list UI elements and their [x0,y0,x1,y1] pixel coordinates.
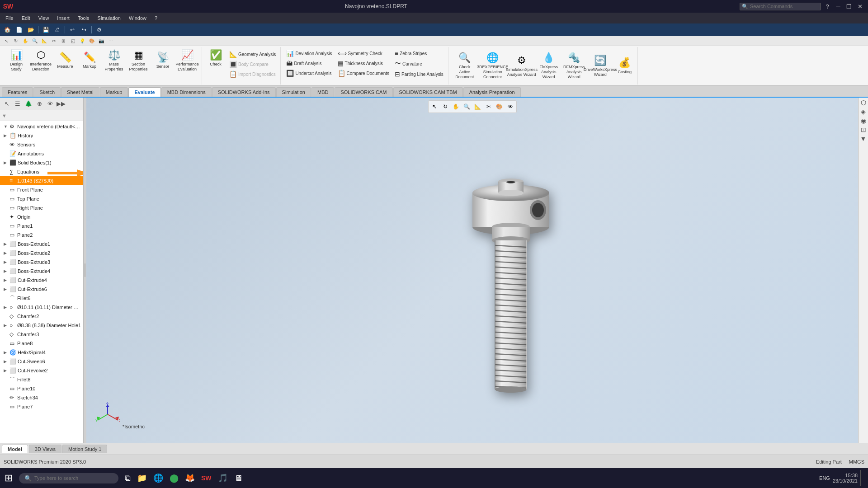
check-button[interactable]: ✅ Check [206,48,226,68]
tree-item-cut-e6[interactable]: ▶ ⬜ Cut-Extrude6 [0,285,83,294]
draft-analysis-button[interactable]: 🏔 Draft Analysis [284,59,334,68]
taskbar-chrome[interactable]: ⬤ [167,470,181,486]
check-active-button[interactable]: 🔍 Check ActiveDocument [452,51,477,80]
taskbar-show-desktop[interactable] [860,470,863,486]
tab-sheet-metal[interactable]: Sheet Metal [61,87,99,97]
start-button[interactable]: ⊞ [2,470,15,486]
tree-item-sensors[interactable]: 👁 Sensors [0,140,83,149]
help-icon[interactable]: ? [823,2,832,11]
taskbar-extra1[interactable]: 🎵 [215,470,231,486]
vt-select[interactable]: ↖ [429,102,439,112]
tree-item-chamfer2[interactable]: ◇ Chamfer2 [0,312,83,321]
mass-properties-button[interactable]: ⚖️ MassProperties [102,48,126,73]
vt-pan[interactable]: ✋ [451,102,461,112]
tab-solidworks-cam[interactable]: SOLIDWORKS CAM [335,87,392,97]
panel-btn-arr[interactable]: ▶▶ [56,99,66,109]
st-render[interactable]: 📷 [97,37,106,45]
tab-solidworks-cam-tbm[interactable]: SOLIDWORKS CAM TBM [393,87,463,97]
costing-button[interactable]: 💰 Costing [615,56,635,76]
tab-analysis-preparation[interactable]: Analysis Preparation [463,87,521,97]
tree-item-plane8[interactable]: ▭ Plane8 [0,339,83,348]
taskbar-edge[interactable]: 🌐 [151,470,166,486]
tab-solidworks-addins[interactable]: SOLIDWORKS Add-Ins [212,87,276,97]
st-zoom[interactable]: 🔍 [30,37,39,45]
tree-item-front-plane[interactable]: ▭ Front Plane [0,185,83,194]
st-light[interactable]: 💡 [78,37,87,45]
tree-item-solid-bodies[interactable]: ▶ ⬛ Solid Bodies(1) [0,158,83,167]
tree-item-boss-e1[interactable]: ▶ ⬜ Boss-Extrude1 [0,239,83,249]
feature-tree[interactable]: ▼ ⚙ Navojno vreteno (Default<<Default> ▶… [0,121,83,443]
qa-print[interactable]: 🖨 [52,25,63,35]
tree-item-history[interactable]: ▶ 📋 History [0,131,83,140]
parting-line-button[interactable]: ⊟ Parting Line Analysis [393,70,445,79]
driveWorks-button[interactable]: 🔄 DriveWorksXpressWizard [588,53,613,79]
tree-item-sketch34[interactable]: ✏ Sketch34 [0,393,83,402]
sw-logo[interactable]: SW [4,2,13,11]
undercut-analysis-button[interactable]: 🔲 Undercut Analysis [284,69,334,78]
tab-motion-study[interactable]: Motion Study 1 [62,445,107,453]
tree-item-plane2[interactable]: ▭ Plane2 [0,230,83,239]
taskbar-clock[interactable]: 15:38 23/10/2021 [833,473,858,483]
tree-item-hole2[interactable]: ▶ ○ Ø8.38 (8.38) Diameter Hole1 [0,321,83,330]
tab-sketch[interactable]: Sketch [33,87,61,97]
menu-file[interactable]: File [2,14,17,22]
qa-undo[interactable]: ↩ [67,25,78,35]
menu-tools[interactable]: Tools [74,14,93,22]
tree-item-cut-e4[interactable]: ▶ ⬜ Cut-Extrude4 [0,276,83,285]
interference-detection-button[interactable]: ⬡ InterferenceDetection [29,48,52,73]
taskbar-search-input[interactable] [34,475,107,481]
taskbar-search-area[interactable]: 🔍 [16,470,121,486]
st-measure[interactable]: 📐 [40,37,49,45]
tree-item-fillet8[interactable]: ⌒ Fillet8 [0,375,83,384]
taskbar-search-box[interactable]: 🔍 [19,473,118,483]
tab-mbd-dimensions[interactable]: MBD Dimensions [161,87,212,97]
3dexperience-button[interactable]: 🌐 3DEXPERIENCESimulationConnector [479,51,506,80]
tree-item-boss-e4[interactable]: ▶ ⬜ Boss-Extrude4 [0,267,83,276]
tree-item-annotations[interactable]: 📝 Annotations [0,149,83,158]
compare-docs-button[interactable]: 📋 Compare Documents [336,69,391,78]
menu-view[interactable]: View [35,14,53,22]
design-study-button[interactable]: 📊 DesignStudy [5,48,28,73]
st-extra[interactable]: ⋯ [106,37,115,45]
tree-item-helix[interactable]: ▶ 🌀 Helix/Spiral4 [0,348,83,357]
zebra-stripes-button[interactable]: ≡ Zebra Stripes [393,49,445,58]
tree-item-plane7[interactable]: ▭ Plane7 [0,402,83,411]
minimize-button[interactable]: ─ [834,2,843,11]
st-view1[interactable]: ⊞ [59,37,68,45]
menu-window[interactable]: Window [125,14,150,22]
st-section[interactable]: ✂ [49,37,58,45]
body-compare-button[interactable]: 🔳 Body Compare [227,60,278,69]
tree-item-cut-sweep[interactable]: ▶ ⬜ Cut-Sweep6 [0,357,83,366]
tree-item-top-plane[interactable]: ▭ Top Plane [0,194,83,203]
floXpress-button[interactable]: 💧 FloXpressAnalysisWizard [537,51,561,80]
dfmXpress-button[interactable]: 🔩 DFMXpressAnalysisWizard [562,51,586,80]
taskbar-extra2[interactable]: 🖥 [231,470,245,486]
taskbar-firefox[interactable]: 🦊 [182,470,198,486]
tab-evaluate[interactable]: Evaluate [128,87,160,97]
curvature-button[interactable]: 〜 Curvature [393,59,445,69]
panel-btn-list[interactable]: ☰ [13,99,23,109]
vt-hide[interactable]: 👁 [505,102,515,112]
tab-markup[interactable]: Markup [100,87,128,97]
panel-btn-tree[interactable]: 🌲 [24,99,33,109]
qa-settings[interactable]: ⚙ [94,25,104,35]
thickness-analysis-button[interactable]: ▤ Thickness Analysis [336,59,391,68]
search-bar[interactable]: 🔍 [740,3,821,10]
qa-save[interactable]: 💾 [40,25,51,35]
right-icon-2[interactable]: ◈ [859,108,868,116]
sensor-button[interactable]: 📡 Sensor [151,50,175,70]
tab-mbd[interactable]: MBD [311,87,334,97]
tree-item-origin[interactable]: ✦ Origin [0,212,83,221]
vt-zoom[interactable]: 🔍 [462,102,472,112]
vt-display[interactable]: 🎨 [495,102,505,112]
tree-item-right-plane[interactable]: ▭ Right Plane [0,203,83,212]
taskbar-task-view[interactable]: ⧉ [122,470,133,486]
right-icon-4[interactable]: ⊡ [859,126,868,134]
tree-item-boss-e2[interactable]: ▶ ⬜ Boss-Extrude2 [0,249,83,258]
tab-simulation[interactable]: Simulation [276,87,311,97]
qa-home[interactable]: 🏠 [2,25,13,35]
qa-open[interactable]: 📂 [25,25,36,35]
measure-button[interactable]: 📏 Measure [53,50,77,70]
panel-btn-select[interactable]: ↖ [2,99,12,109]
st-view2[interactable]: ◱ [68,37,77,45]
